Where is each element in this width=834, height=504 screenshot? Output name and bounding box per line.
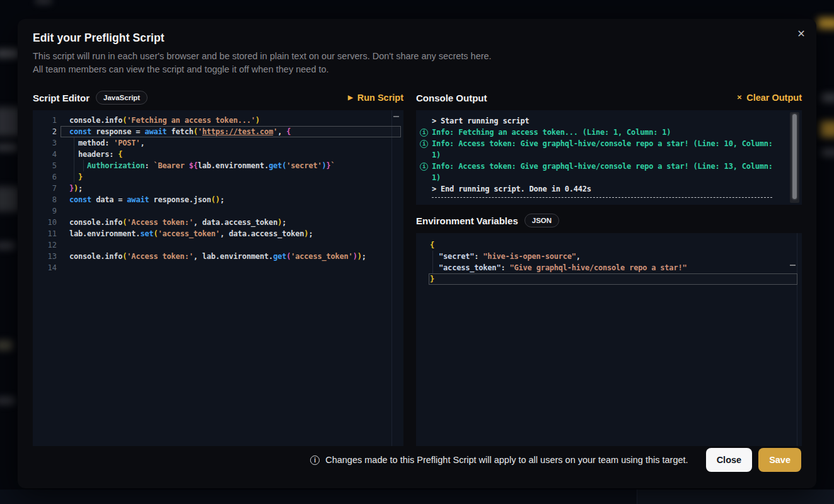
console-line: iInfo: Access token: Give graphql-hive/c… [419,161,775,183]
code-line: 11lab.environment.set('access_token', da… [33,228,403,239]
code-line: 8const data = await response.json(); [33,194,403,205]
modal-description-line2: All team members can view the script and… [33,63,801,76]
code-line: 9 [33,205,403,217]
line-number: 11 [33,228,57,239]
code-line: } [416,273,802,285]
clear-output-button[interactable]: ✕ Clear Output [737,93,802,103]
code-line: 14 [33,262,403,273]
info-icon: i [420,129,428,137]
run-script-button[interactable]: ▶ Run Script [348,93,403,103]
code-line: { [416,239,802,251]
line-number: 2 [33,126,57,137]
line-number: 8 [33,194,57,205]
console-output[interactable]: > Start running scriptiInfo: Fetching an… [416,110,802,205]
line-number: 10 [33,217,57,228]
script-editor[interactable]: 1console.info('Fetching an access token.… [33,110,403,446]
clear-icon: ✕ [737,94,742,101]
console-output-title: Console Output [416,93,487,103]
line-number: 4 [33,149,57,160]
close-icon[interactable]: ✕ [794,26,809,42]
line-number: 5 [33,160,57,171]
run-script-label: Run Script [357,93,403,103]
footer-notice-text: Changes made to this Preflight Script wi… [325,455,688,465]
backdrop-artifact [0,49,19,58]
code-line: 12 [33,239,403,251]
backdrop-artifact [820,121,834,137]
code-line: 1console.info('Fetching an access token.… [33,115,403,126]
preflight-script-modal: ✕ Edit your Preflight Script This script… [18,19,816,488]
line-number: 6 [33,171,57,183]
language-badge: JavaScript [96,91,148,105]
backdrop-artifact [821,93,834,102]
info-icon: i [310,455,320,465]
console-line: > End running script. Done in 0.442s [419,183,775,195]
info-icon: i [420,140,428,148]
backdrop-artifact [0,186,19,212]
code-line: 3 method: 'POST', [33,137,403,149]
backdrop-artifact [35,0,52,4]
line-number: 3 [33,137,57,149]
console-line: iInfo: Access token: Give graphql-hive/c… [419,138,775,161]
backdrop-artifact [0,144,18,151]
info-icon: i [420,163,428,171]
backdrop-artifact [0,340,13,350]
backdrop-artifact [818,18,834,29]
console-separator [432,197,772,198]
clear-output-label: Clear Output [746,93,802,103]
footer-notice: i Changes made to this Preflight Script … [310,455,688,465]
console-line: iInfo: Fetching an access token... (Line… [419,127,775,138]
close-button[interactable]: Close [706,448,753,472]
console-scrollbar-thumb[interactable] [791,113,798,200]
save-button[interactable]: Save [758,448,801,472]
backdrop-artifact [0,490,637,504]
code-line: "secret": "hive-is-open-source", [416,251,802,262]
code-line: 13console.info('Access token:', lab.envi… [33,251,403,262]
modal-description-line1: This script will run in each user's brow… [33,50,801,63]
script-editor-title: Script Editor [33,93,90,103]
code-line: 5 Authorization: `Bearer ${lab.environme… [33,160,403,171]
line-number: 13 [33,251,57,262]
backdrop-artifact [0,397,15,404]
backdrop-artifact [0,242,15,249]
code-line: 4 headers: { [33,149,403,160]
line-number: 9 [33,205,57,217]
code-line: 10console.info('Access token:', data.acc… [33,217,403,228]
line-number: 1 [33,115,57,126]
json-badge: JSON [524,214,559,227]
console-line: > Start running script [419,115,775,127]
code-line: "access_token": "Give graphql-hive/conso… [416,262,802,273]
page-title: Edit your Preflight Script [33,32,801,45]
code-line: 6 } [33,171,403,183]
console-scrollbar[interactable] [790,112,799,203]
line-number: 14 [33,262,57,273]
environment-variables-title: Environment Variables [416,215,518,226]
code-line: 7}); [33,183,403,194]
backdrop-artifact [637,490,834,504]
play-icon: ▶ [348,94,353,101]
environment-variables-editor[interactable]: { "secret": "hive-is-open-source", "acce… [416,233,802,446]
backdrop-artifact [821,149,834,156]
code-line: 2const response = await fetch('https://t… [33,126,403,137]
line-number: 7 [33,183,57,194]
line-number: 12 [33,239,57,251]
